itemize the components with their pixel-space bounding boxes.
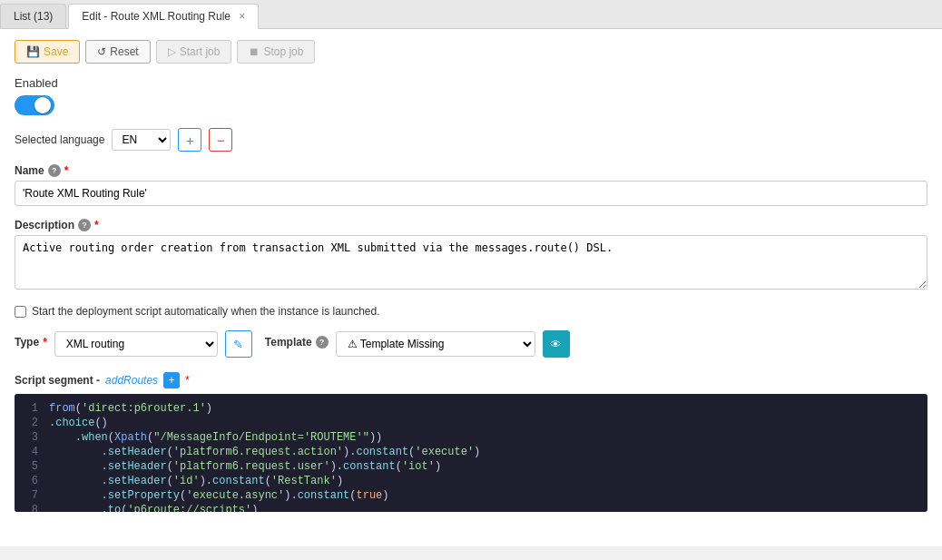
add-language-button[interactable]: +: [178, 128, 201, 152]
auto-deploy-checkbox[interactable]: [15, 306, 26, 318]
script-func-name: addRoutes: [105, 374, 158, 387]
script-section-label: Script segment -: [15, 374, 100, 387]
name-input[interactable]: [15, 181, 927, 206]
pencil-icon: ✎: [233, 338, 243, 351]
main-content: 💾 Save ↺ Reset ▷ Start job ⏹ Stop job En…: [0, 29, 942, 546]
tabs-bar: List (13) Edit - Route XML Routing Rule …: [0, 0, 942, 29]
name-label-row: Name ? *: [15, 164, 927, 177]
script-header: Script segment - addRoutes + *: [15, 372, 927, 388]
type-template-row: Type * XML routing ✎ Template ? ⚠ Templa…: [15, 330, 927, 358]
code-line-8: 8 .to('p6route://scripts'): [15, 503, 927, 512]
code-line-5: 5 .setHeader('platform6.request.user').c…: [15, 459, 927, 474]
start-job-label: Start job: [180, 45, 221, 58]
tab-list[interactable]: List (13): [0, 4, 66, 28]
save-icon: 💾: [26, 45, 40, 58]
type-required: *: [43, 336, 47, 349]
description-required: *: [94, 219, 99, 231]
stop-icon: ⏹: [249, 45, 260, 58]
save-label: Save: [44, 45, 68, 58]
enabled-toggle[interactable]: [15, 95, 54, 115]
tab-list-label: List (13): [14, 10, 53, 23]
script-required: *: [185, 374, 190, 387]
tab-edit[interactable]: Edit - Route XML Routing Rule ×: [68, 4, 259, 29]
reset-label: Reset: [110, 45, 138, 58]
tab-edit-label: Edit - Route XML Routing Rule: [82, 10, 231, 23]
template-label: Template: [265, 336, 312, 349]
remove-language-button[interactable]: −: [209, 128, 232, 152]
template-label-row: Template ?: [265, 336, 329, 349]
tab-edit-close[interactable]: ×: [239, 10, 245, 23]
description-section: Description ? * Active routing order cre…: [15, 219, 927, 292]
type-select[interactable]: XML routing: [54, 331, 218, 357]
language-row: Selected language EN + −: [15, 128, 927, 152]
description-textarea[interactable]: Active routing order creation from trans…: [15, 235, 927, 290]
template-view-button[interactable]: 👁: [543, 330, 570, 358]
name-section: Name ? *: [15, 164, 927, 206]
type-label-row: Type *: [15, 336, 47, 349]
start-icon: ▷: [168, 45, 176, 58]
stop-job-label: Stop job: [263, 45, 303, 58]
toolbar: 💾 Save ↺ Reset ▷ Start job ⏹ Stop job: [15, 40, 927, 64]
enabled-section: Enabled: [15, 76, 927, 115]
language-label: Selected language: [15, 133, 104, 146]
reset-icon: ↺: [97, 45, 106, 58]
code-line-7: 7 .setProperty('execute.async').constant…: [15, 488, 927, 503]
template-group: Template ? ⚠ Template Missing 👁: [265, 330, 570, 358]
description-label: Description: [15, 219, 74, 231]
code-line-6: 6 .setHeader('id').constant('RestTank'): [15, 474, 927, 488]
script-section: Script segment - addRoutes + * 1 from('d…: [15, 372, 927, 512]
type-group: Type * XML routing ✎: [15, 330, 252, 358]
code-editor: 1 from('direct:p6router.1') 2 .choice() …: [15, 394, 927, 512]
type-edit-button[interactable]: ✎: [225, 330, 252, 358]
code-line-2: 2 .choice(): [15, 416, 927, 430]
code-line-3: 3 .when(Xpath("/MessageInfo/Endpoint='RO…: [15, 430, 927, 445]
name-required: *: [64, 164, 69, 177]
template-help-icon[interactable]: ?: [316, 336, 329, 349]
toggle-container: [15, 95, 927, 115]
code-line-4: 4 .setHeader('platform6.request.action')…: [15, 445, 927, 459]
start-job-button[interactable]: ▷ Start job: [156, 40, 232, 64]
type-label: Type: [15, 336, 39, 349]
template-select[interactable]: ⚠ Template Missing: [336, 331, 535, 357]
checkbox-row: Start the deployment script automaticall…: [15, 305, 927, 318]
add-script-button[interactable]: +: [163, 372, 180, 388]
enabled-label: Enabled: [15, 76, 927, 90]
language-select[interactable]: EN: [112, 129, 171, 151]
stop-job-button[interactable]: ⏹ Stop job: [237, 40, 315, 64]
reset-button[interactable]: ↺ Reset: [85, 40, 150, 64]
auto-deploy-label: Start the deployment script automaticall…: [32, 305, 380, 318]
save-button[interactable]: 💾 Save: [15, 40, 80, 64]
name-help-icon[interactable]: ?: [48, 164, 61, 177]
description-help-icon[interactable]: ?: [78, 219, 91, 231]
description-label-row: Description ? *: [15, 219, 927, 231]
eye-icon: 👁: [550, 338, 562, 351]
name-label: Name: [15, 164, 44, 177]
code-line-1: 1 from('direct:p6router.1'): [15, 401, 927, 416]
